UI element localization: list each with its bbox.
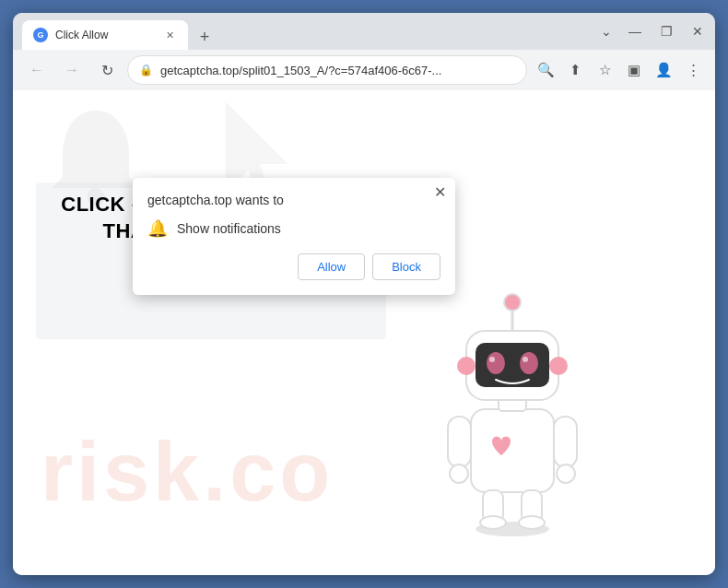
allow-button[interactable]: Allow xyxy=(298,253,365,280)
back-button[interactable]: ← xyxy=(22,55,52,85)
svg-rect-4 xyxy=(554,417,577,467)
popup-buttons: Allow Block xyxy=(147,253,440,280)
popup-notification-text: Show notifications xyxy=(177,221,281,236)
address-bar[interactable]: 🔒 getcaptcha.top/split01_1503_A/?c=574af… xyxy=(127,55,527,85)
popup-bell-icon: 🔔 xyxy=(147,218,168,239)
new-tab-button[interactable]: + xyxy=(192,24,217,50)
lock-icon: 🔒 xyxy=(139,64,153,76)
svg-point-14 xyxy=(549,357,568,375)
share-icon[interactable]: ⬆ xyxy=(562,57,588,83)
robot-illustration xyxy=(420,280,641,557)
tab-area: G Click Allow ✕ + xyxy=(22,13,586,50)
tab-favicon: G xyxy=(33,28,48,42)
popup-title: getcaptcha.top wants to xyxy=(147,193,440,207)
title-bar: G Click Allow ✕ + ⌄ — ❐ ✕ xyxy=(13,13,715,50)
extension-icon[interactable]: ▣ xyxy=(621,57,647,83)
popup-close-button[interactable]: ✕ xyxy=(434,185,446,200)
profile-icon[interactable]: 👤 xyxy=(651,57,676,83)
active-tab[interactable]: G Click Allow ✕ xyxy=(22,20,188,50)
svg-rect-15 xyxy=(476,343,549,387)
svg-point-6 xyxy=(557,465,575,483)
svg-point-18 xyxy=(489,357,495,362)
notification-popup: ✕ getcaptcha.top wants to 🔔 Show notific… xyxy=(133,178,455,295)
bookmark-icon[interactable]: ☆ xyxy=(592,57,617,83)
popup-notification-row: 🔔 Show notifications xyxy=(147,218,440,239)
chevron-down-icon[interactable]: ⌄ xyxy=(601,24,612,39)
robot-svg xyxy=(420,280,605,538)
browser-window: G Click Allow ✕ + ⌄ — ❐ ✕ ← → ↻ 🔒 getcap… xyxy=(13,13,715,575)
svg-point-13 xyxy=(457,357,476,375)
tab-close-button[interactable]: ✕ xyxy=(162,28,177,42)
page-content: risk.co CLICK «ALLOW» TO CONFIRM THAT YO… xyxy=(13,90,715,575)
nav-icons: 🔍 ⬆ ☆ ▣ 👤 ⋮ xyxy=(533,57,706,83)
svg-rect-2 xyxy=(471,409,554,492)
minimize-button[interactable]: — xyxy=(627,24,643,39)
close-button[interactable]: ✕ xyxy=(689,24,706,39)
svg-point-9 xyxy=(480,516,506,529)
tab-title: Click Allow xyxy=(55,29,155,41)
block-button[interactable]: Block xyxy=(372,253,440,280)
svg-point-5 xyxy=(450,465,468,483)
svg-point-17 xyxy=(520,352,538,374)
risk-watermark-text: risk.co xyxy=(41,425,334,520)
refresh-button[interactable]: ↻ xyxy=(92,55,122,85)
address-text: getcaptcha.top/split01_1503_A/?c=574af40… xyxy=(160,64,515,77)
svg-rect-3 xyxy=(448,417,471,467)
window-controls: ⌄ — ❐ ✕ xyxy=(601,24,706,39)
nav-bar: ← → ↻ 🔒 getcaptcha.top/split01_1503_A/?c… xyxy=(13,50,715,90)
svg-point-21 xyxy=(504,294,521,311)
restore-button[interactable]: ❐ xyxy=(658,24,675,39)
forward-button[interactable]: → xyxy=(57,55,87,85)
svg-point-16 xyxy=(487,352,505,374)
svg-point-19 xyxy=(523,357,528,362)
search-icon[interactable]: 🔍 xyxy=(533,57,558,83)
menu-icon[interactable]: ⋮ xyxy=(680,57,706,83)
svg-point-10 xyxy=(519,516,545,529)
